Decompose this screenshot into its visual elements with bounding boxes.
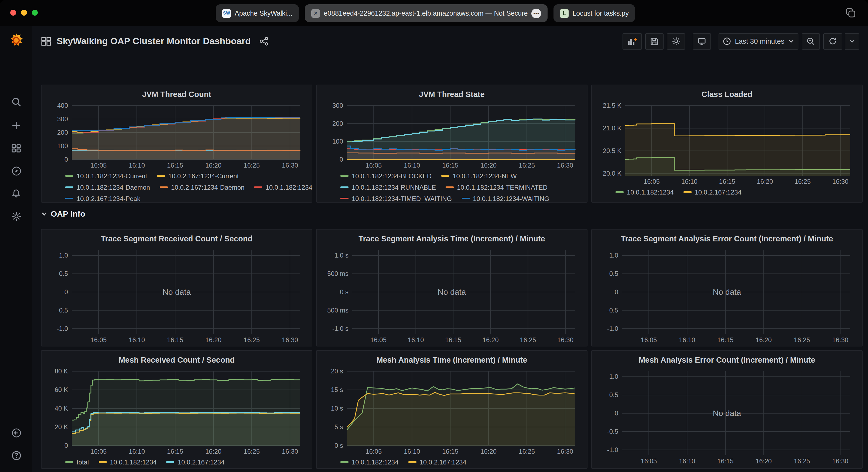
svg-text:16:25: 16:25 bbox=[794, 458, 810, 465]
svg-text:16:25: 16:25 bbox=[520, 336, 536, 343]
window-controls[interactable] bbox=[10, 10, 38, 15]
panel-title[interactable]: JVM Thread Count bbox=[47, 88, 306, 101]
legend-item[interactable]: total bbox=[65, 458, 89, 466]
save-dashboard-button[interactable] bbox=[645, 33, 663, 49]
trace-err-chart[interactable]: 1.00.50-0.5-1.016:0516:1016:1516:2016:25… bbox=[597, 246, 857, 345]
browser-tab-locust[interactable]: L Locust for tasks.py bbox=[554, 4, 635, 22]
zoom-out-time-button[interactable] bbox=[802, 33, 820, 49]
legend-item[interactable]: 10.0.1.182:1234-RUNNABLE bbox=[340, 183, 436, 191]
legend-item[interactable]: 10.0.1.182:1234-Peak bbox=[254, 183, 312, 191]
legend-item[interactable]: 10.0.1.182:1234 bbox=[340, 458, 399, 466]
panel-title[interactable]: Class Loaded bbox=[597, 88, 857, 101]
section-label: OAP Info bbox=[51, 209, 85, 218]
legend-series-label: 10.0.1.182:1234 bbox=[110, 458, 157, 466]
jvm-thread-state-legend: 10.0.1.182:1234-BLOCKED10.0.1.182:1234-N… bbox=[322, 170, 582, 203]
class_loaded-svg: 20.0 K20.5 K21.0 K21.5 K16:0516:1016:151… bbox=[597, 101, 857, 187]
svg-text:16:10: 16:10 bbox=[679, 458, 695, 465]
svg-text:60 K: 60 K bbox=[55, 386, 68, 393]
svg-text:10 s: 10 s bbox=[331, 405, 343, 412]
legend-item[interactable]: 10.0.1.182:1234-BLOCKED bbox=[340, 172, 432, 180]
panel-title[interactable]: Mesh Received Count / Second bbox=[47, 354, 306, 367]
browser-tab-skywalking[interactable]: SW Apache SkyWalki... bbox=[216, 4, 299, 22]
mesh-received-chart[interactable]: 020 K40 K60 K80 K16:0516:1016:1516:2016:… bbox=[47, 367, 306, 457]
configuration-gear-icon[interactable] bbox=[7, 207, 25, 225]
svg-text:16:20: 16:20 bbox=[755, 336, 772, 343]
search-icon[interactable] bbox=[7, 93, 25, 111]
panel-title[interactable]: Trace Segment Analysis Error Count (Incr… bbox=[597, 233, 857, 246]
legend-row: 10.0.1.182:1234-RUNNABLE10.0.1.182:1234-… bbox=[340, 181, 582, 193]
tab-overview-icon[interactable] bbox=[845, 7, 856, 18]
panel-title[interactable]: Trace Segment Analysis Time (Increment) … bbox=[322, 233, 582, 246]
mesh-err-chart[interactable]: 1.00.50-0.5-1.016:0516:1016:1516:2016:25… bbox=[597, 367, 857, 466]
dashboards-icon[interactable] bbox=[7, 139, 25, 157]
grafana-logo-icon[interactable] bbox=[7, 31, 25, 49]
legend-item[interactable]: 10.0.2.167:1234 bbox=[166, 458, 225, 466]
chevron-down-icon bbox=[41, 210, 48, 217]
legend-item[interactable]: 10.0.1.182:1234-Current bbox=[65, 172, 147, 180]
class-loaded-chart[interactable]: 20.0 K20.5 K21.0 K21.5 K16:0516:1016:151… bbox=[597, 101, 857, 187]
svg-text:16:30: 16:30 bbox=[557, 448, 573, 455]
dashboard-settings-button[interactable] bbox=[667, 33, 685, 49]
panel-title[interactable]: JVM Thread State bbox=[322, 88, 582, 101]
close-window-button[interactable] bbox=[10, 10, 16, 15]
legend-row: 10.0.1.182:1234-TIMED_WAITING10.0.1.182:… bbox=[340, 193, 582, 203]
legend-series-dash-icon bbox=[340, 187, 348, 188]
browser-tab-active-grafana[interactable]: ✕ e0881eed4-22961232.ap-east-1.elb.amazo… bbox=[305, 4, 548, 22]
panel-mesh-time: Mesh Analysis Time (Increment) / Minute … bbox=[316, 350, 587, 469]
explore-compass-icon[interactable] bbox=[7, 162, 25, 180]
trace-time-chart[interactable]: 1.0 s500 ms0 s-500 ms-1.0 s16:0516:1016:… bbox=[322, 246, 582, 345]
tab-title: Apache SkyWalki... bbox=[235, 9, 292, 17]
legend-item[interactable]: 10.0.2.167:1234-Peak bbox=[65, 195, 140, 202]
no-data-label: No data bbox=[47, 288, 306, 297]
trace-received-chart[interactable]: 1.00.50-0.5-1.016:0516:1016:1516:2016:25… bbox=[47, 246, 306, 345]
legend-series-dash-icon bbox=[157, 175, 165, 177]
legend-series-dash-icon bbox=[445, 187, 454, 188]
share-icon[interactable] bbox=[259, 37, 269, 46]
legend-row: 10.0.1.182:1234-BLOCKED10.0.1.182:1234-N… bbox=[340, 170, 582, 181]
cycle-view-mode-button[interactable] bbox=[693, 33, 711, 49]
browser-titlebar: SW Apache SkyWalki... ✕ e0881eed4-229612… bbox=[0, 0, 868, 26]
alerting-bell-icon[interactable] bbox=[7, 184, 25, 203]
mesh-time-chart[interactable]: 0 s5 s10 s15 s20 s16:0516:1016:1516:2016… bbox=[322, 367, 582, 457]
panel-title[interactable]: Mesh Analysis Error Count (Increment) / … bbox=[597, 354, 857, 367]
zoom-window-button[interactable] bbox=[32, 10, 38, 15]
sign-in-icon[interactable] bbox=[7, 424, 25, 442]
legend-item[interactable]: 10.0.2.167:1234 bbox=[408, 458, 467, 466]
svg-text:16:30: 16:30 bbox=[557, 162, 573, 169]
legend-item[interactable]: 10.0.1.182:1234-TERMINATED bbox=[445, 183, 548, 191]
legend-row: 10.0.2.167:1234-Peak bbox=[65, 193, 306, 203]
tab-more-icon[interactable]: ••• bbox=[531, 8, 541, 18]
close-tab-icon[interactable]: ✕ bbox=[311, 9, 320, 18]
legend-series-label: 10.0.2.167:1234 bbox=[420, 458, 467, 466]
panel-trace-received: Trace Segment Received Count / Second 1.… bbox=[41, 229, 312, 346]
time-range-picker[interactable]: Last 30 minutes bbox=[719, 33, 798, 49]
row-oap-info[interactable]: OAP Info bbox=[41, 209, 85, 218]
panel-title[interactable]: Mesh Analysis Time (Increment) / Minute bbox=[322, 354, 582, 367]
refresh-interval-dropdown[interactable] bbox=[845, 33, 859, 49]
svg-text:0: 0 bbox=[64, 442, 68, 449]
legend-item[interactable]: 10.0.2.167:1234 bbox=[683, 188, 742, 196]
svg-text:16:05: 16:05 bbox=[366, 162, 382, 169]
legend-item[interactable]: 10.0.1.182:1234 bbox=[616, 188, 674, 196]
svg-text:16:20: 16:20 bbox=[480, 448, 497, 455]
legend-item[interactable]: 10.0.1.182:1234-Daemon bbox=[65, 183, 150, 191]
help-icon[interactable] bbox=[7, 446, 25, 465]
add-panel-button[interactable] bbox=[623, 33, 642, 49]
refresh-button[interactable] bbox=[823, 33, 842, 49]
jvm-thread-count-chart[interactable]: 010020030040016:0516:1016:1516:2016:2516… bbox=[47, 101, 306, 170]
legend-item[interactable]: 10.0.2.167:1234-Current bbox=[157, 172, 239, 180]
legend-item[interactable]: 10.0.1.182:1234-TIMED_WAITING bbox=[340, 195, 452, 202]
legend-item[interactable]: 10.0.1.182:1234-WAITING bbox=[462, 195, 549, 202]
locust-favicon-icon: L bbox=[560, 9, 568, 18]
panel-title[interactable]: Trace Segment Received Count / Second bbox=[47, 233, 306, 246]
create-plus-icon[interactable] bbox=[7, 116, 25, 135]
legend-item[interactable]: 10.0.2.167:1234-Daemon bbox=[160, 183, 244, 191]
legend-item[interactable]: 10.0.1.182:1234-NEW bbox=[441, 172, 517, 180]
jvm-thread-state-chart[interactable]: 010020030016:0516:1016:1516:2016:2516:30 bbox=[322, 101, 582, 170]
svg-text:16:15: 16:15 bbox=[167, 448, 183, 455]
legend-item[interactable]: 10.0.1.182:1234 bbox=[98, 458, 157, 466]
svg-text:20 s: 20 s bbox=[331, 368, 343, 375]
minimize-window-button[interactable] bbox=[21, 10, 27, 15]
svg-text:1.0: 1.0 bbox=[609, 373, 618, 380]
svg-text:16:30: 16:30 bbox=[282, 448, 298, 455]
